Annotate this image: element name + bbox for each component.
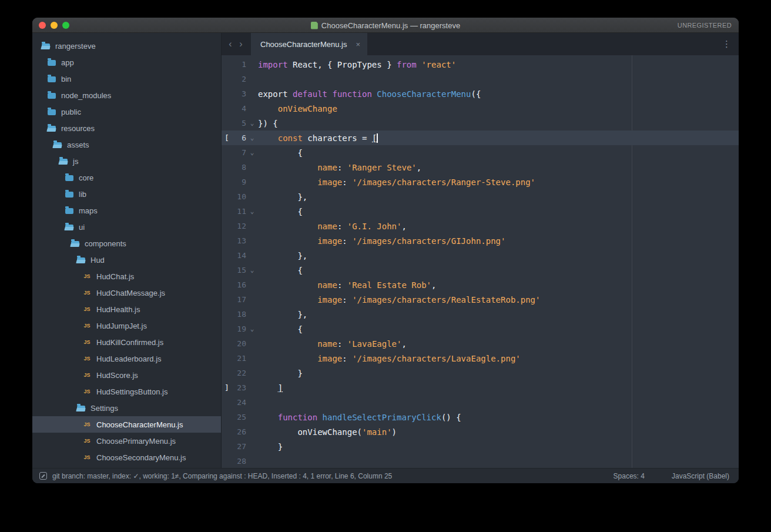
fold-arrow-icon[interactable]: ⌄: [246, 266, 258, 274]
js-file-icon: JS: [83, 290, 91, 296]
code-line-16[interactable]: 16 name: 'Real Estate Rob',: [222, 277, 739, 292]
code-line-2[interactable]: 2: [222, 72, 739, 86]
sidebar-folder-components[interactable]: components: [32, 235, 221, 252]
sidebar-file-hudchatmessage-js[interactable]: JSHudChatMessage.js: [32, 285, 221, 301]
code-line-24[interactable]: 24: [222, 395, 739, 410]
registration-status: UNREGISTERED: [678, 18, 732, 33]
line-number: 9: [231, 178, 246, 186]
line-number: 1: [231, 60, 246, 69]
code-line-20[interactable]: 20 name: 'LavaEagle',: [222, 336, 739, 351]
file-tree-sidebar: rangersteveappbinnode_modulespublicresou…: [32, 33, 222, 468]
code-text: image: '/images/characters/Ranger-Steve.…: [258, 178, 535, 187]
sidebar-file-choosecharactermenu-js[interactable]: JSChooseCharacterMenu.js: [32, 416, 221, 433]
js-file-icon: JS: [83, 273, 91, 279]
gutter-bracket-icon: [: [222, 133, 231, 142]
code-line-18[interactable]: 18 },: [222, 307, 739, 322]
code-line-21[interactable]: 21 image: '/images/characters/LavaEagle.…: [222, 351, 739, 366]
code-line-4[interactable]: 4 onViewChange: [222, 101, 739, 116]
sidebar-file-hudsettingsbutton-js[interactable]: JSHudSettingsButton.js: [32, 383, 221, 400]
window-title-area: ChooseCharacterMenu.js — rangersteve: [32, 18, 739, 33]
fold-arrow-icon[interactable]: ⌄: [246, 149, 258, 156]
titlebar[interactable]: ChooseCharacterMenu.js — rangersteve UNR…: [32, 18, 739, 33]
sidebar-folder-hud[interactable]: Hud: [32, 252, 221, 268]
sidebar-item-label: ui: [79, 223, 85, 232]
tab-choose-character-menu[interactable]: ChooseCharacterMenu.js ×: [251, 33, 367, 55]
code-line-22[interactable]: 22 }: [222, 366, 739, 380]
fold-arrow-icon[interactable]: ⌄: [246, 208, 258, 215]
code-line-8[interactable]: 8 name: 'Ranger Steve',: [222, 160, 739, 175]
folder-open-icon: [59, 159, 68, 165]
code-line-14[interactable]: 14 },: [222, 248, 739, 263]
line-number: 15: [231, 266, 246, 275]
code-line-10[interactable]: 10 },: [222, 189, 739, 204]
sidebar-file-hudkillconfirmed-js[interactable]: JSHudKillConfirmed.js: [32, 334, 221, 350]
code-line-17[interactable]: 17 image: '/images/characters/RealEstate…: [222, 292, 739, 307]
code-line-13[interactable]: 13 image: '/images/characters/GIJohn.png…: [222, 233, 739, 248]
code-editor[interactable]: 1import React, { PropTypes } from 'react…: [222, 55, 739, 468]
forward-icon[interactable]: ›: [236, 33, 246, 55]
line-number: 14: [231, 251, 246, 260]
code-line-28[interactable]: 28: [222, 454, 739, 468]
close-tab-icon[interactable]: ×: [356, 40, 360, 49]
overflow-menu-icon[interactable]: ⋮: [715, 39, 739, 49]
sublime-status-icon[interactable]: [39, 472, 47, 480]
code-text: {: [258, 207, 303, 216]
fold-arrow-icon[interactable]: ⌄: [246, 325, 258, 333]
syntax-setting[interactable]: JavaScript (Babel): [672, 472, 729, 480]
fold-arrow-icon[interactable]: ⌄: [246, 134, 258, 142]
sidebar-folder-public[interactable]: public: [32, 103, 221, 120]
sidebar-folder-ui[interactable]: ui: [32, 219, 221, 235]
sidebar-folder-js[interactable]: js: [32, 153, 221, 169]
sidebar-folder-node-modules[interactable]: node_modules: [32, 87, 221, 103]
indent-setting[interactable]: Spaces: 4: [614, 472, 645, 480]
line-number: 18: [231, 310, 246, 319]
sidebar-folder-rangersteve[interactable]: rangersteve: [32, 38, 221, 54]
code-line-26[interactable]: 26 onViewChange('main'): [222, 424, 739, 439]
sidebar-item-label: maps: [79, 206, 98, 215]
tab-label: ChooseCharacterMenu.js: [260, 40, 347, 49]
code-line-1[interactable]: 1import React, { PropTypes } from 'react…: [222, 57, 739, 72]
code-text: name: 'LavaEagle',: [258, 339, 407, 349]
sidebar-item-label: core: [79, 173, 93, 182]
sidebar-folder-lib[interactable]: lib: [32, 186, 221, 202]
code-line-11[interactable]: 11⌄ {: [222, 204, 739, 219]
code-line-3[interactable]: 3export default function ChooseCharacter…: [222, 86, 739, 101]
code-line-9[interactable]: 9 image: '/images/characters/Ranger-Stev…: [222, 175, 739, 189]
line-number: 19: [231, 324, 246, 333]
sidebar-file-hudjumpjet-js[interactable]: JSHudJumpJet.js: [32, 317, 221, 334]
line-number: 20: [231, 339, 246, 348]
code-text: ]: [258, 383, 283, 393]
code-line-7[interactable]: 7⌄ {: [222, 145, 739, 160]
code-line-15[interactable]: 15⌄ {: [222, 263, 739, 277]
sidebar-item-label: node_modules: [61, 91, 111, 100]
code-line-25[interactable]: 25 function handleSelectPrimaryClick() {: [222, 410, 739, 424]
sidebar-folder-assets[interactable]: assets: [32, 136, 221, 153]
code-text: image: '/images/characters/LavaEagle.png…: [258, 354, 521, 363]
git-status-text: git branch: master, index: ✓, working: 1…: [52, 472, 392, 480]
code-line-6[interactable]: [6⌄ const characters = [: [222, 131, 739, 145]
code-line-5[interactable]: 5⌄}) {: [222, 116, 739, 131]
sidebar-file-hudscore-js[interactable]: JSHudScore.js: [32, 367, 221, 383]
sidebar-folder-bin[interactable]: bin: [32, 71, 221, 87]
sidebar-file-hudchat-js[interactable]: JSHudChat.js: [32, 268, 221, 285]
code-line-27[interactable]: 27 }: [222, 439, 739, 454]
line-number: 16: [231, 280, 246, 289]
fold-arrow-icon[interactable]: ⌄: [246, 119, 258, 127]
sidebar-file-hudhealth-js[interactable]: JSHudHealth.js: [32, 301, 221, 317]
folder-open-icon: [53, 142, 62, 148]
sidebar-item-label: ChooseSecondaryMenu.js: [96, 453, 186, 462]
back-icon[interactable]: ‹: [225, 33, 236, 55]
sidebar-folder-core[interactable]: core: [32, 169, 221, 186]
code-line-23[interactable]: ]23 ]: [222, 380, 739, 395]
sidebar-file-choosesecondarymenu-js[interactable]: JSChooseSecondaryMenu.js: [32, 449, 221, 466]
sidebar-folder-settings[interactable]: Settings: [32, 400, 221, 416]
sidebar-file-hudleaderboard-js[interactable]: JSHudLeaderboard.js: [32, 350, 221, 367]
code-line-19[interactable]: 19⌄ {: [222, 322, 739, 336]
sidebar-folder-app[interactable]: app: [32, 54, 221, 71]
folder-open-icon: [71, 241, 79, 247]
code-line-12[interactable]: 12 name: 'G.I. John',: [222, 219, 739, 233]
sidebar-folder-resources[interactable]: resources: [32, 120, 221, 136]
sidebar-file-chooseprimarymenu-js[interactable]: JSChoosePrimaryMenu.js: [32, 433, 221, 449]
sidebar-folder-maps[interactable]: maps: [32, 202, 221, 219]
sidebar-item-label: ChooseCharacterMenu.js: [96, 420, 183, 429]
